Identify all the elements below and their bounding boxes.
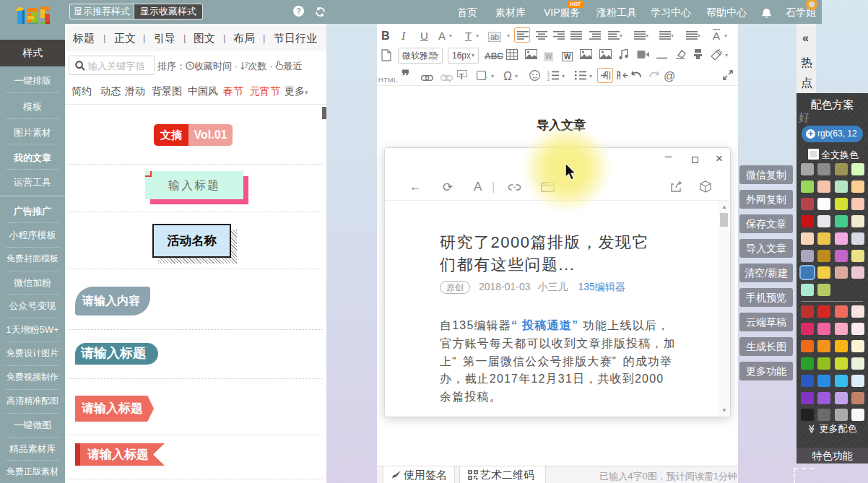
svg-text:T: T — [459, 73, 464, 80]
svg-text:3: 3 — [547, 77, 550, 82]
